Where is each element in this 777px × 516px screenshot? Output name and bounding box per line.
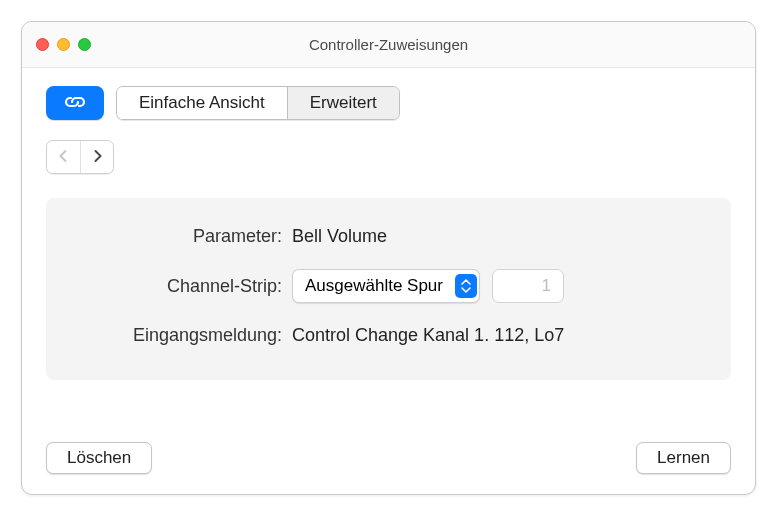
expert-view-button[interactable]: Erweitert (287, 87, 399, 119)
channel-strip-controls: Ausgewählte Spur (292, 269, 564, 303)
titlebar: Controller-Zuweisungen (22, 22, 755, 68)
delete-button[interactable]: Löschen (46, 442, 152, 474)
history-nav (46, 140, 114, 174)
input-message-value: Control Change Kanal 1. 112, Lo7 (292, 325, 564, 346)
channel-strip-select-value: Ausgewählte Spur (305, 276, 455, 296)
chevron-right-icon (92, 149, 103, 166)
zoom-icon[interactable] (78, 38, 91, 51)
parameter-row: Parameter: Bell Volume (70, 226, 707, 247)
channel-strip-number-field[interactable] (492, 269, 564, 303)
channel-strip-label: Channel-Strip: (70, 276, 292, 297)
window-title: Controller-Zuweisungen (22, 36, 755, 53)
chevron-left-icon (58, 149, 69, 166)
learn-button[interactable]: Lernen (636, 442, 731, 474)
parameter-label: Parameter: (70, 226, 292, 247)
view-mode-segment: Einfache Ansicht Erweitert (116, 86, 400, 120)
minimize-icon[interactable] (57, 38, 70, 51)
assignment-panel: Parameter: Bell Volume Channel-Strip: Au… (46, 198, 731, 380)
content-area: Einfache Ansicht Erweitert P (22, 68, 755, 494)
nav-back-button[interactable] (47, 141, 80, 173)
channel-strip-select[interactable]: Ausgewählte Spur (292, 269, 480, 303)
controller-assignments-window: Controller-Zuweisungen Einfache Ansicht … (21, 21, 756, 495)
view-toolbar: Einfache Ansicht Erweitert (46, 86, 731, 120)
popup-arrows-icon (455, 274, 477, 298)
close-icon[interactable] (36, 38, 49, 51)
input-message-label: Eingangsmeldung: (70, 325, 292, 346)
window-controls (36, 38, 91, 51)
channel-strip-row: Channel-Strip: Ausgewählte Spur (70, 269, 707, 303)
easy-view-button[interactable]: Einfache Ansicht (117, 87, 287, 119)
parameter-value: Bell Volume (292, 226, 387, 247)
link-button[interactable] (46, 86, 104, 120)
footer: Löschen Lernen (46, 424, 731, 474)
link-icon (63, 94, 87, 113)
input-message-row: Eingangsmeldung: Control Change Kanal 1.… (70, 325, 707, 346)
nav-row (46, 140, 731, 174)
nav-forward-button[interactable] (80, 141, 113, 173)
